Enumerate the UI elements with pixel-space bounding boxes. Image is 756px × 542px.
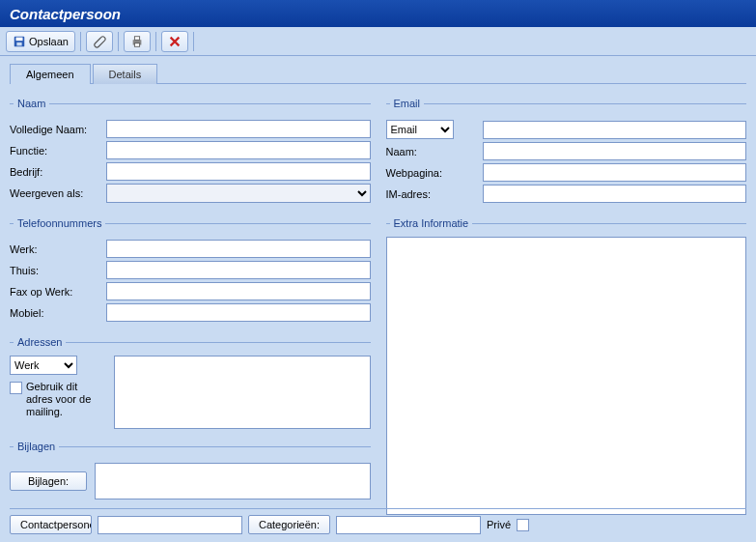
save-button[interactable]: Opslaan — [6, 31, 75, 52]
mailing-label: Gebruik dit adres voor de mailing. — [26, 381, 106, 418]
prive-checkbox[interactable] — [517, 519, 529, 531]
svg-rect-5 — [134, 43, 139, 46]
adres-textarea[interactable] — [114, 356, 371, 429]
mailing-checkbox-row[interactable]: Gebruik dit adres voor de mailing. — [10, 381, 106, 418]
workspace: Algemeen Details Naam Volledige Naam: Fu… — [0, 56, 756, 538]
save-label: Opslaan — [29, 36, 69, 47]
im-input[interactable] — [483, 185, 747, 203]
thuis-label: Thuis: — [10, 265, 106, 276]
extra-fieldset: Extra Informatie — [386, 217, 747, 517]
email-input[interactable] — [483, 121, 747, 139]
print-button[interactable] — [124, 31, 151, 52]
right-column: Email Email Naam: Webpagina: IM-adres: E… — [386, 92, 747, 527]
email-naam-label: Naam: — [386, 146, 483, 157]
prive-label: Privé — [487, 519, 511, 530]
svg-rect-4 — [134, 36, 139, 40]
thuis-input[interactable] — [106, 261, 371, 279]
mailing-checkbox[interactable] — [10, 382, 22, 394]
window-title: Contactpersoon — [10, 6, 121, 22]
email-fieldset: Email Email Naam: Webpagina: IM-adres: — [386, 98, 747, 208]
functie-label: Functie: — [10, 145, 106, 157]
categorieen-button[interactable]: Categorieën: — [248, 515, 330, 534]
delete-button[interactable] — [161, 31, 188, 52]
contactpersonen-input[interactable] — [98, 516, 242, 534]
tel-legend: Telefoonnummers — [14, 217, 105, 229]
extra-legend: Extra Informatie — [390, 217, 473, 229]
web-input[interactable] — [483, 163, 747, 182]
fax-label: Fax op Werk: — [10, 286, 106, 298]
svg-rect-2 — [16, 42, 21, 45]
naam-legend: Naam — [14, 98, 49, 109]
toolbar-separator — [193, 32, 194, 51]
tab-general[interactable]: Algemeen — [10, 64, 91, 84]
email-naam-input[interactable] — [483, 142, 747, 160]
adres-type-select[interactable]: Werk — [10, 356, 77, 375]
naam-fieldset: Naam Volledige Naam: Functie: Bedrijf: W… — [10, 98, 371, 208]
bijlagen-textarea[interactable] — [95, 463, 371, 499]
email-type-wrap: Email — [386, 120, 483, 139]
contactpersonen-button[interactable]: Contactpersonen — [10, 515, 92, 534]
werk-label: Werk: — [10, 243, 106, 255]
tab-strip: Algemeen Details — [10, 64, 746, 84]
tab-general-label: Algemeen — [26, 69, 74, 80]
email-legend: Email — [390, 98, 425, 109]
bottom-bar: Contactpersonen Categorieën: Privé — [10, 508, 746, 534]
mobiel-label: Mobiel: — [10, 307, 106, 319]
general-panel: Naam Volledige Naam: Functie: Bedrijf: W… — [10, 84, 746, 534]
contactpersonen-label: Contactpersonen — [20, 519, 92, 530]
tab-details[interactable]: Details — [93, 64, 158, 84]
volledige-naam-input[interactable] — [106, 120, 371, 138]
extra-textarea[interactable] — [386, 237, 747, 515]
delete-icon — [168, 35, 182, 48]
svg-rect-1 — [16, 37, 23, 41]
left-column: Naam Volledige Naam: Functie: Bedrijf: W… — [10, 92, 371, 527]
fax-input[interactable] — [106, 282, 371, 300]
weergeven-label: Weergeven als: — [10, 187, 106, 199]
adres-legend: Adressen — [14, 336, 66, 348]
toolbar: Opslaan — [0, 27, 756, 56]
werk-input[interactable] — [106, 240, 371, 258]
attach-button[interactable] — [86, 31, 113, 52]
bijlagen-button[interactable]: Bijlagen: — [10, 471, 87, 491]
web-label: Webpagina: — [386, 167, 483, 179]
bijlagen-legend: Bijlagen — [14, 441, 59, 452]
volledige-naam-label: Volledige Naam: — [10, 124, 106, 135]
email-type-select[interactable]: Email — [386, 120, 454, 139]
print-icon — [130, 35, 144, 48]
bedrijf-label: Bedrijf: — [10, 166, 106, 178]
bijlagen-fieldset: Bijlagen Bijlagen: — [10, 441, 371, 504]
mobiel-input[interactable] — [106, 303, 371, 322]
bedrijf-input[interactable] — [106, 162, 371, 181]
tab-details-label: Details — [109, 69, 142, 80]
paperclip-icon — [93, 35, 106, 48]
title-bar: Contactpersoon — [0, 0, 756, 27]
toolbar-separator — [118, 32, 119, 51]
toolbar-separator — [80, 32, 81, 51]
adres-fieldset: Adressen Werk Gebruik dit adres voor de … — [10, 336, 371, 431]
categorieen-input[interactable] — [336, 516, 481, 534]
im-label: IM-adres: — [386, 188, 483, 200]
functie-input[interactable] — [106, 141, 371, 159]
categorieen-label: Categorieën: — [259, 519, 320, 530]
tel-fieldset: Telefoonnummers Werk: Thuis: Fax op Werk… — [10, 217, 371, 327]
weergeven-select[interactable] — [106, 184, 371, 203]
save-icon — [13, 35, 26, 48]
toolbar-separator — [155, 32, 156, 51]
bijlagen-button-label: Bijlagen: — [28, 475, 69, 487]
